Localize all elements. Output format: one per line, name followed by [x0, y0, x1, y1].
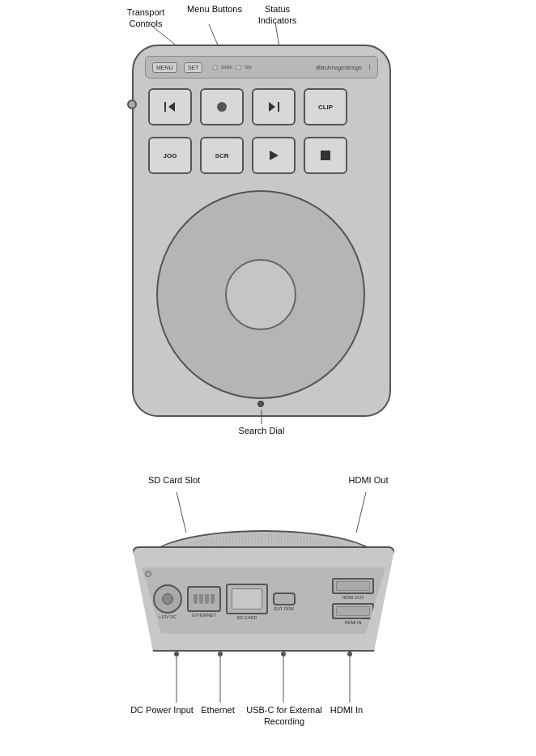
dc-connector-inner: [162, 593, 173, 605]
eth-pin-4: [211, 594, 215, 604]
hdmi-in-port: HDMI IN: [332, 603, 374, 625]
svg-line-1: [209, 24, 219, 47]
dc-label: +12V DC: [159, 614, 177, 619]
sd-indicator-dot: [236, 65, 241, 70]
hdmi-in-connector: [332, 603, 374, 619]
jog-side-indicator: [127, 100, 137, 109]
jog-button[interactable]: JOG: [148, 137, 192, 174]
dc-connector: [153, 584, 182, 614]
svg-line-12: [356, 492, 366, 533]
dc-power-annotation-label: DC Power Input: [130, 704, 194, 716]
search-dial[interactable]: [156, 190, 365, 399]
back-led-indicator: [145, 571, 151, 577]
svg-rect-9: [321, 151, 330, 160]
eth-pin-3: [205, 594, 209, 604]
ports-area: +12V DC: [153, 575, 374, 627]
record-button[interactable]: [200, 88, 244, 125]
status-indicators-label: Status Indicators: [247, 3, 308, 27]
transport-controls-label: Transport Controls: [113, 6, 178, 30]
svg-marker-4: [168, 102, 175, 112]
svg-marker-8: [270, 151, 279, 160]
ethernet-port: ETHERNET: [187, 586, 221, 618]
hdmi-ports-group: HDMI OUT HDMI IN: [332, 578, 374, 625]
disk-indicator-label: DISK: [221, 65, 232, 70]
button-row-2: JOG SCR: [148, 137, 347, 174]
search-dial-inner: [225, 259, 296, 330]
disk-indicator-dot: [212, 65, 218, 70]
hdmi-out-port: HDMI OUT: [332, 578, 374, 600]
eth-pin-2: [199, 594, 203, 604]
hdmi-out-inner: [336, 581, 370, 591]
sdcard-slot: [226, 584, 268, 614]
eth-label: ETHERNET: [192, 613, 216, 618]
sd-label: SD CARD: [237, 615, 257, 620]
dc-power-port: +12V DC: [153, 584, 182, 619]
hdmi-out-label: HDMI Out: [340, 474, 397, 486]
ethernet-grid: [194, 594, 215, 604]
menu-buttons-label: Menu Buttons: [186, 3, 243, 15]
back-device-inner: +12V DC: [142, 567, 385, 634]
usbc-connector: [273, 592, 296, 605]
button-row-1: CLIP: [148, 88, 347, 125]
dial-indicator-dot: [257, 401, 264, 407]
eth-pin-1: [194, 594, 198, 604]
sd-indicator-label: SD: [245, 65, 251, 70]
hdmi-in-annotation-label: HDMI In: [314, 704, 379, 716]
svg-marker-7: [269, 102, 275, 112]
back-device-body: +12V DC: [132, 530, 395, 656]
scr-button[interactable]: SCR: [200, 137, 244, 174]
skip-back-button[interactable]: [148, 88, 192, 125]
back-device-main: +12V DC: [132, 546, 395, 652]
bottom-section: SD Card Slot HDMI Out: [0, 469, 536, 756]
clip-button[interactable]: CLIP: [304, 88, 347, 125]
hdmi-out-connector: [332, 578, 374, 594]
set-button[interactable]: SET: [184, 62, 203, 73]
hdmi-in-port-label: HDMI IN: [344, 620, 361, 625]
sd-card-port: SD CARD: [226, 584, 268, 620]
top-section: Transport Controls Menu Buttons Status I…: [0, 0, 536, 461]
hdmi-out-port-label: HDMI OUT: [342, 595, 364, 600]
top-bar: MENU SET DISK SD Blackmagicdesign ⁞: [145, 56, 378, 79]
usbc-label: EXT DISK: [274, 606, 295, 611]
svg-point-5: [217, 102, 227, 112]
play-button[interactable]: [252, 137, 296, 174]
brand-icon: ⁞: [368, 63, 371, 71]
sd-card-slot-label: SD Card Slot: [138, 474, 211, 486]
search-dial-label: Search Dial: [221, 425, 302, 436]
top-device-body: MENU SET DISK SD Blackmagicdesign ⁞: [132, 45, 391, 417]
svg-line-11: [177, 492, 186, 533]
stop-button[interactable]: [304, 137, 347, 174]
brand-label: Blackmagicdesign: [317, 65, 362, 70]
ethernet-annotation-label: Ethernet: [189, 704, 246, 716]
skip-fwd-button[interactable]: [252, 88, 296, 125]
menu-button[interactable]: MENU: [152, 62, 177, 73]
sdcard-inner: [232, 588, 262, 609]
ethernet-connector: [187, 586, 221, 612]
usbc-port: EXT DISK: [273, 592, 296, 611]
hdmi-in-inner: [336, 606, 370, 616]
indicator-group: DISK SD: [212, 65, 251, 70]
